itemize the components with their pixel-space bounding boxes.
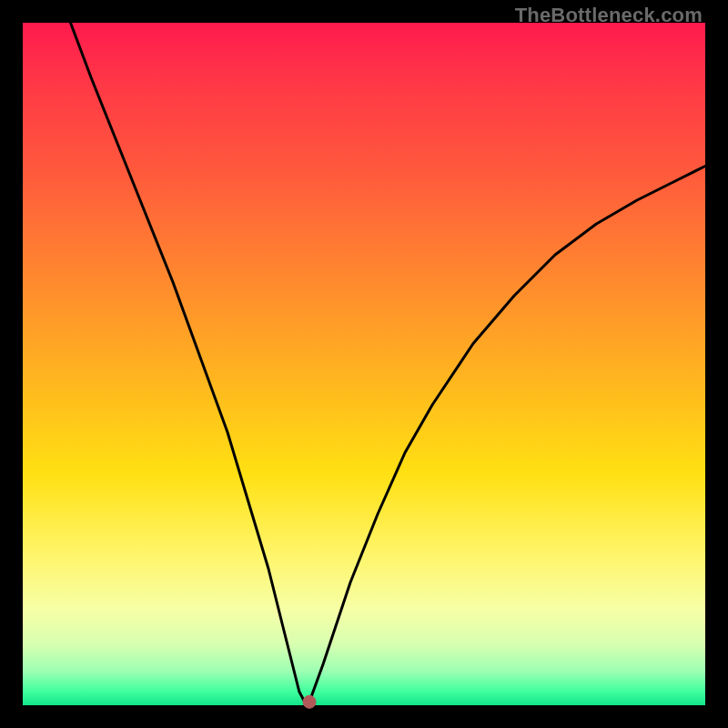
chart-frame: TheBottleneck.com — [0, 0, 728, 728]
curve-svg — [23, 23, 705, 705]
bottleneck-curve — [71, 23, 706, 702]
plot-area — [23, 23, 705, 705]
minimum-marker — [303, 695, 316, 708]
